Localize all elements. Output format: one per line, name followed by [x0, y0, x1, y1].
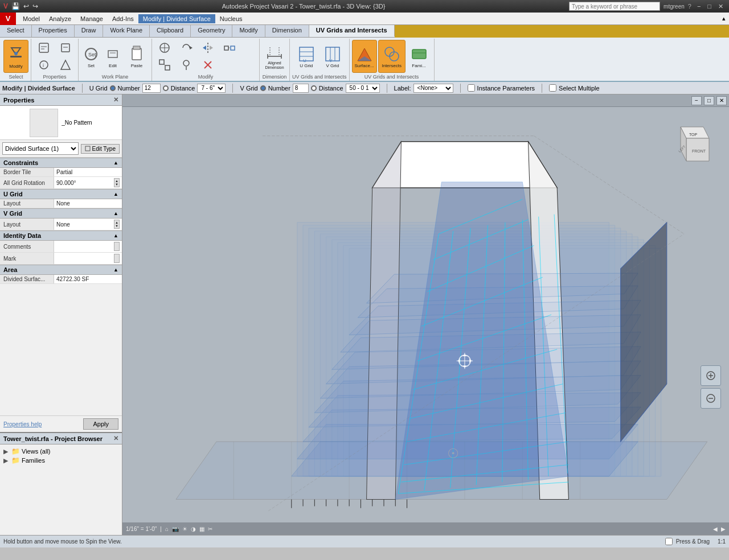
nav-zoom-in-button[interactable] [701, 365, 721, 386]
save-icon[interactable]: 💾 [11, 2, 20, 10]
v-layout-value[interactable]: None ▲ ▼ [54, 219, 122, 230]
tree-item-families[interactable]: ▶ 📁 Families [2, 456, 120, 465]
pin-btn[interactable] [176, 57, 196, 73]
comments-value[interactable] [54, 241, 122, 252]
label-select[interactable]: <None> [413, 84, 453, 93]
press-drag-checkbox[interactable] [665, 538, 673, 545]
families-button[interactable]: Fami... [407, 40, 432, 73]
families-toggle-icon[interactable]: ▶ [3, 457, 10, 464]
redo-icon[interactable]: ↪ [32, 2, 38, 10]
tab-clipboard[interactable]: Clipboard [150, 25, 191, 37]
tab-draw[interactable]: Draw [75, 25, 104, 37]
views-toggle-icon[interactable]: ▶ [3, 448, 10, 455]
tab-uv-grids[interactable]: UV Grids and Intersects [309, 25, 395, 37]
edit-type-button[interactable]: Edit Type [81, 144, 120, 154]
aligned-dim-button[interactable]: AlignedDimension [262, 40, 287, 73]
scale-btn[interactable] [154, 57, 175, 73]
right-arrow-icon[interactable]: ▶ [721, 526, 726, 532]
sun-icon[interactable]: ☀ [182, 526, 187, 532]
camera-icon[interactable]: 📷 [172, 526, 179, 532]
v-layout-spinner[interactable]: ▲ ▼ [114, 220, 120, 229]
menu-addins[interactable]: Add-Ins [108, 14, 138, 23]
edit-button[interactable]: Edit [103, 40, 123, 73]
mark-spinner[interactable] [114, 254, 120, 263]
grid-rotation-spinner[interactable]: ▲ ▼ [114, 178, 120, 187]
prop-btn-2[interactable]: i [34, 57, 54, 73]
maximize-button[interactable]: □ [705, 3, 714, 10]
close-button[interactable]: ✕ [716, 3, 726, 10]
v-grid-header[interactable]: V Grid ▲ [0, 208, 122, 219]
home-icon[interactable]: ⌂ [165, 526, 169, 532]
constraints-header[interactable]: Constraints ▲ [0, 158, 122, 168]
properties-help-link[interactable]: Properties help [3, 421, 42, 427]
tab-geometry[interactable]: Geometry [191, 25, 232, 37]
u-distance-select[interactable]: 7 - 6" [197, 84, 226, 93]
mirror-btn[interactable] [198, 40, 218, 56]
menu-model[interactable]: Model [18, 14, 44, 23]
model-canvas[interactable]: TOP FRONT LEFT [122, 107, 729, 522]
v-number-radio[interactable] [260, 85, 266, 91]
v-distance-select[interactable]: 50 - 0 1 [346, 84, 380, 93]
menu-nucleus[interactable]: Nucleus [215, 14, 247, 23]
view-cube[interactable]: TOP FRONT LEFT [666, 118, 718, 170]
grid-rotation-value[interactable]: 90.000° ▲ ▼ [54, 177, 122, 188]
prop-btn-4[interactable] [55, 57, 76, 73]
view-minimize-btn[interactable]: − [691, 96, 702, 105]
expand-ribbon-icon[interactable]: ▴ [719, 15, 729, 22]
set-button[interactable]: Set Set [81, 40, 101, 73]
u-number-radio[interactable] [110, 85, 116, 91]
intersects-button[interactable]: Intersects [378, 40, 406, 73]
u-layout-value[interactable]: None [54, 199, 122, 208]
delete-btn[interactable] [198, 57, 218, 73]
v-distance-radio[interactable] [311, 85, 317, 91]
view-close-btn[interactable]: ✕ [716, 96, 727, 105]
u-grid-button[interactable]: U U Grid [294, 40, 319, 73]
app-menu-icon[interactable]: V [0, 13, 16, 25]
instance-param-checkbox[interactable] [468, 84, 475, 92]
identity-data-header[interactable]: Identity Data ▲ [0, 230, 122, 241]
help-icon[interactable]: ? [688, 3, 691, 10]
view-area[interactable]: − □ ✕ [122, 94, 729, 535]
array-btn[interactable] [219, 40, 240, 56]
rotate-btn[interactable] [176, 40, 196, 56]
tree-item-views[interactable]: ▶ 📁 Views (all) [2, 447, 120, 456]
select-multiple-checkbox[interactable] [549, 84, 556, 92]
paste-button[interactable]: Paste [124, 40, 149, 73]
render-icon[interactable]: ▦ [199, 526, 204, 532]
properties-close-button[interactable]: ✕ [113, 96, 118, 104]
menu-manage[interactable]: Manage [76, 14, 108, 23]
mark-value[interactable] [54, 253, 122, 264]
tab-workplane[interactable]: Work Plane [103, 25, 150, 37]
modify-button[interactable]: Modify [3, 40, 28, 73]
search-input[interactable] [569, 2, 660, 11]
u-grid-header[interactable]: U Grid ▲ [0, 189, 122, 199]
section-icon[interactable]: ✂ [208, 526, 212, 532]
tab-modify[interactable]: Modify [232, 25, 265, 37]
tab-dimension[interactable]: Dimension [265, 25, 309, 37]
project-browser-close-button[interactable]: ✕ [113, 435, 118, 442]
set-label: Set [88, 63, 95, 68]
type-dropdown[interactable]: Divided Surface (1) [2, 142, 79, 155]
u-distance-radio[interactable] [163, 85, 169, 91]
surface-button[interactable]: Surface... [352, 40, 377, 73]
view-restore-btn[interactable]: □ [704, 96, 714, 105]
apply-button[interactable]: Apply [83, 418, 118, 430]
tab-properties[interactable]: Properties [32, 25, 75, 37]
menu-modify-divided-surface[interactable]: Modify | Divided Surface [138, 14, 215, 23]
shadow-icon[interactable]: ◑ [191, 526, 196, 532]
v-number-input[interactable] [293, 84, 309, 93]
prop-btn-3[interactable] [55, 40, 76, 56]
area-header[interactable]: Area ▲ [0, 265, 122, 275]
tab-select[interactable]: Select [0, 25, 32, 37]
v-grid-button[interactable]: V V Grid [320, 40, 345, 73]
nav-zoom-out-button[interactable] [701, 388, 721, 409]
undo-icon[interactable]: ↩ [23, 2, 29, 10]
minimize-button[interactable]: − [695, 3, 703, 10]
left-arrow-icon[interactable]: ◀ [713, 526, 718, 532]
u-number-input[interactable] [142, 84, 161, 93]
menu-analyze[interactable]: Analyze [44, 14, 76, 23]
prop-btn-1[interactable] [34, 40, 54, 56]
comments-spinner[interactable] [114, 242, 120, 251]
border-tile-value[interactable]: Partial [54, 168, 122, 176]
move-btn[interactable] [154, 40, 175, 56]
